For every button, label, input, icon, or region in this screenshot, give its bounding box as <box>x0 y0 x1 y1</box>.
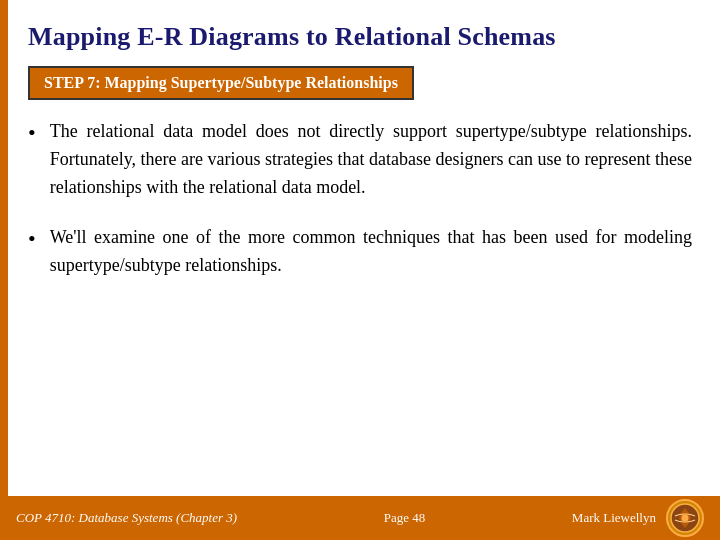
slide-title: Mapping E-R Diagrams to Relational Schem… <box>0 0 720 66</box>
svg-point-1 <box>681 515 688 522</box>
footer-right-area: Mark Liewellyn <box>572 499 704 537</box>
content-area: • The relational data model does not dir… <box>0 118 720 496</box>
logo-icon <box>666 499 704 537</box>
footer-course: COP 4710: Database Systems (Chapter 3) <box>16 510 237 526</box>
bullet-text-2: We'll examine one of the more common tec… <box>50 224 692 280</box>
step-banner: STEP 7: Mapping Supertype/Subtype Relati… <box>28 66 414 100</box>
bullet-item-2: • We'll examine one of the more common t… <box>28 224 692 280</box>
footer-page: Page 48 <box>384 510 426 526</box>
bullet-item-1: • The relational data model does not dir… <box>28 118 692 202</box>
bullet-dot-1: • <box>28 120 36 146</box>
bullet-dot-2: • <box>28 226 36 252</box>
bullet-text-1: The relational data model does not direc… <box>50 118 692 202</box>
slide: Mapping E-R Diagrams to Relational Schem… <box>0 0 720 540</box>
footer-author: Mark Liewellyn <box>572 510 656 526</box>
footer: COP 4710: Database Systems (Chapter 3) P… <box>0 496 720 540</box>
